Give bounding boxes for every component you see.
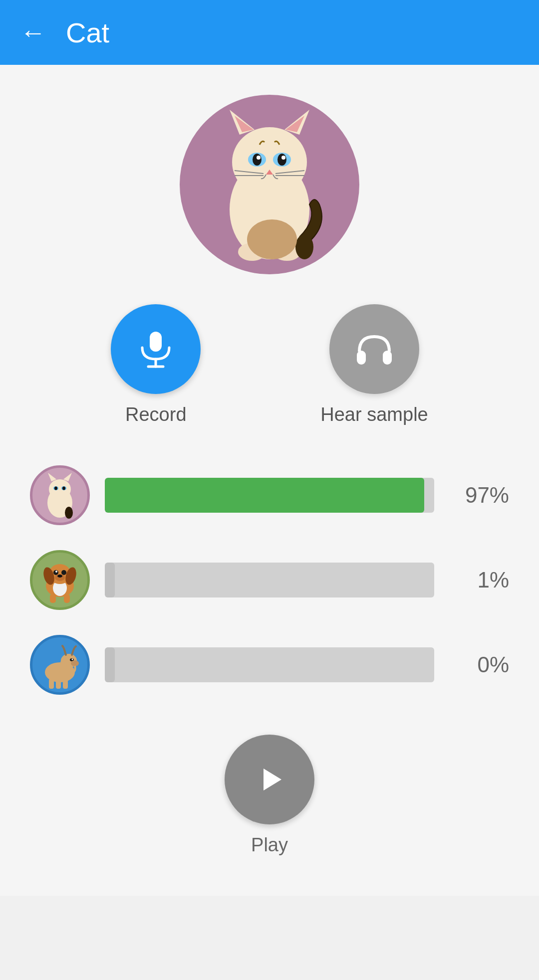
svg-rect-56 [49, 679, 54, 689]
svg-point-10 [277, 154, 286, 166]
svg-point-29 [49, 479, 71, 499]
svg-point-11 [257, 156, 261, 160]
play-button[interactable] [225, 735, 314, 824]
record-label: Record [125, 404, 187, 425]
dog-percent: 1% [449, 568, 509, 592]
svg-marker-60 [264, 769, 281, 790]
back-button[interactable]: ← [20, 17, 46, 47]
action-buttons-row: Record Hear sample [111, 304, 428, 425]
cat-avatar-large [180, 95, 359, 274]
table-row: 1% [30, 550, 509, 610]
record-button[interactable] [111, 304, 201, 394]
play-section: Play [225, 735, 314, 856]
dog-result-avatar [30, 550, 90, 610]
table-row: 0% [30, 635, 509, 695]
goat-progress-bar [105, 647, 434, 682]
svg-point-20 [295, 234, 313, 259]
svg-point-36 [65, 507, 73, 519]
svg-point-21 [247, 219, 297, 259]
svg-point-12 [281, 156, 285, 160]
svg-rect-22 [150, 332, 162, 352]
svg-point-55 [71, 660, 79, 666]
svg-rect-25 [357, 351, 366, 365]
goat-result-avatar [30, 635, 90, 695]
svg-rect-58 [63, 679, 68, 689]
svg-point-9 [253, 154, 262, 166]
cat-result-avatar [30, 465, 90, 525]
record-action: Record [111, 304, 201, 425]
goat-percent: 0% [449, 652, 509, 677]
app-header: ← Cat [0, 0, 539, 65]
svg-rect-48 [50, 594, 56, 603]
svg-rect-49 [64, 594, 70, 603]
dog-progress-fill [105, 563, 115, 597]
svg-point-44 [61, 570, 66, 575]
svg-point-45 [55, 571, 57, 573]
svg-rect-26 [383, 351, 392, 365]
main-content: Record Hear sample [0, 65, 539, 896]
svg-point-34 [54, 487, 57, 490]
cat-progress-fill [105, 478, 424, 513]
hear-sample-label: Hear sample [320, 404, 428, 425]
cat-percent: 97% [449, 483, 509, 508]
table-row: 97% [30, 465, 509, 525]
svg-point-47 [57, 575, 62, 578]
hear-sample-button[interactable] [329, 304, 419, 394]
play-label: Play [251, 834, 288, 856]
svg-rect-57 [56, 679, 61, 689]
hear-sample-action: Hear sample [320, 304, 428, 425]
svg-point-35 [62, 487, 65, 490]
dog-progress-bar [105, 563, 434, 597]
goat-progress-fill [105, 647, 115, 682]
results-section: 97% [0, 465, 539, 695]
svg-point-2 [232, 127, 307, 197]
cat-progress-bar [105, 478, 434, 513]
svg-point-54 [72, 659, 73, 660]
page-title: Cat [66, 16, 109, 49]
